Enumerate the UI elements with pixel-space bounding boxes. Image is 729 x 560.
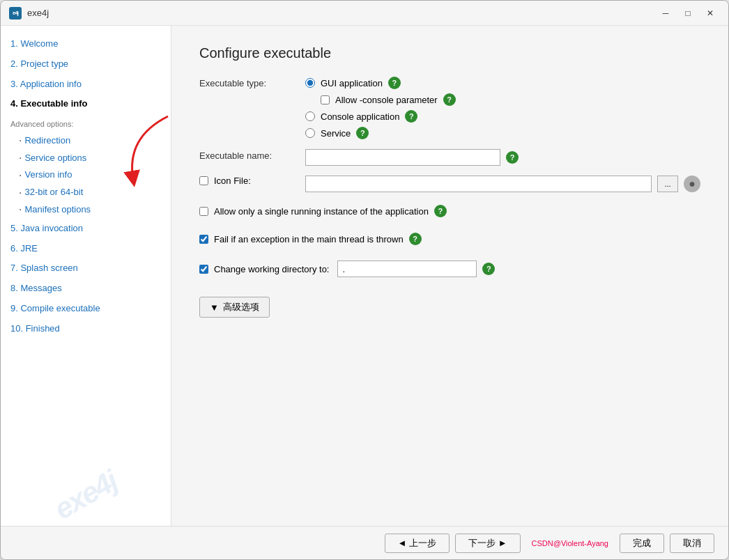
sidebar-item-redirection[interactable]: Redirection [1,132,171,150]
sidebar-item-jre[interactable]: 6. JRE [1,239,171,259]
page-title: Configure executable [199,45,700,61]
content-area: Configure executable Executable type: GU… [171,26,728,526]
radio-service-label[interactable]: Service [321,128,351,139]
help-icon-console[interactable]: ? [405,110,417,123]
radio-gui-label[interactable]: GUI application [321,78,383,88]
help-icon-service[interactable]: ? [356,127,369,139]
allow-console-label[interactable]: Allow -console parameter [335,95,438,105]
radio-gui-application[interactable] [305,78,315,88]
app-icon: e4j [9,7,22,20]
footer: ◄ 上一步 下一步 ► CSDN@Violent-Ayang 完成 取消 [1,526,728,559]
working-dir-row: Change working directory to: ? [199,258,700,280]
help-icon-single-instance[interactable]: ? [434,205,447,217]
sidebar-item-splash-screen[interactable]: 7. Splash screen [1,258,171,279]
sidebar-watermark: exe4j [49,464,123,526]
advanced-arrow-icon: ▼ [210,302,219,313]
working-dir-label[interactable]: Change working directory to: [214,264,329,274]
sidebar-item-project-type[interactable]: 2. Project type [1,54,171,75]
maximize-button[interactable]: □ [678,6,698,20]
sidebar-item-finished[interactable]: 10. Finished [1,319,171,339]
radio-service[interactable] [305,128,315,138]
sidebar-item-java-invocation[interactable]: 5. Java invocation [1,219,171,239]
sidebar: 1. Welcome 2. Project type 3. Applicatio… [1,26,171,526]
main-content: 1. Welcome 2. Project type 3. Applicatio… [1,26,728,526]
prev-button[interactable]: ◄ 上一步 [385,534,450,553]
sidebar-item-manifest-options[interactable]: Manifest options [1,201,171,219]
sidebar-item-version-info[interactable]: Version info [1,166,171,184]
help-icon-fail-exception[interactable]: ? [409,233,422,245]
sidebar-item-service-options[interactable]: Service options [1,150,171,167]
radio-row-console: Console application ? [305,110,456,123]
checkbox-fail-exception[interactable] [199,235,208,244]
sidebar-item-welcome[interactable]: 1. Welcome [1,34,171,54]
help-icon-gui[interactable]: ? [388,77,401,89]
fail-exception-label[interactable]: Fail if an exception in the main thread … [214,234,404,244]
fail-exception-row: Fail if an exception in the main thread … [199,230,700,248]
sidebar-item-32bit-64bit[interactable]: 32-bit or 64-bit [1,184,171,201]
advanced-options-label: 高级选项 [223,301,259,313]
sidebar-advanced-label: Advanced options: [1,114,171,132]
single-instance-label[interactable]: Allow only a single running instance of … [214,206,429,217]
help-icon-working-dir[interactable]: ? [482,263,495,275]
icon-file-input[interactable] [305,176,652,192]
radio-console-application[interactable] [305,111,315,121]
sidebar-item-executable-info[interactable]: 4. Executable info [1,94,171,114]
help-icon-executable-name[interactable]: ? [506,151,519,164]
next-button[interactable]: 下一步 ► [455,534,520,553]
minimize-button[interactable]: ─ [656,6,675,20]
finish-button[interactable]: 完成 [620,534,664,553]
executable-name-row: Executable name: ? [199,149,700,166]
close-button[interactable]: ✕ [700,6,720,20]
sidebar-item-compile-executable[interactable]: 9. Compile executable [1,299,171,319]
radio-row-allow-console: Allow -console parameter ? [305,93,456,106]
executable-name-label: Executable name: [199,149,297,161]
help-icon-allow-console[interactable]: ? [443,93,456,106]
executable-type-control: GUI application ? Allow -console paramet… [305,77,700,139]
radio-row-gui: GUI application ? [305,77,456,89]
window-controls: ─ □ ✕ [656,6,720,20]
checkbox-single-instance[interactable] [199,207,208,216]
checkbox-allow-console[interactable] [321,95,330,104]
radio-console-label[interactable]: Console application [321,111,399,122]
executable-type-label: Executable type: [199,77,297,88]
single-instance-row: Allow only a single running instance of … [199,202,700,220]
cancel-button[interactable]: 取消 [670,534,714,553]
titlebar: e4j exe4j ─ □ ✕ [1,1,728,26]
radio-row-service: Service ? [305,127,456,139]
checkbox-icon-file[interactable] [199,176,208,185]
icon-file-label-area: Icon File: [199,176,297,186]
window-title: exe4j [27,8,656,18]
main-window: e4j exe4j ─ □ ✕ 1. Welcome 2. Project ty… [0,0,729,560]
csdn-badge: CSDN@Violent-Ayang [526,539,614,547]
icon-file-row: Icon File: ... ● [199,176,700,192]
working-dir-input[interactable] [337,260,477,277]
sidebar-item-messages[interactable]: 8. Messages [1,279,171,299]
icon-file-label[interactable]: Icon File: [214,176,251,186]
icon-file-control: ... ● [305,176,700,192]
icon-file-action-button[interactable]: ● [684,176,700,192]
radio-group-executable-type: GUI application ? Allow -console paramet… [305,77,456,139]
executable-type-row: Executable type: GUI application ? [199,77,700,139]
icon-file-browse-button[interactable]: ... [657,176,678,192]
form-section: Executable type: GUI application ? [199,77,700,318]
advanced-options-button[interactable]: ▼ 高级选项 [199,297,270,318]
checkbox-working-dir[interactable] [199,265,208,274]
executable-name-input[interactable] [305,149,500,166]
sidebar-item-application-info[interactable]: 3. Application info [1,75,171,95]
executable-name-control: ? [305,149,700,166]
advanced-section: ▼ 高级选项 [199,290,700,318]
